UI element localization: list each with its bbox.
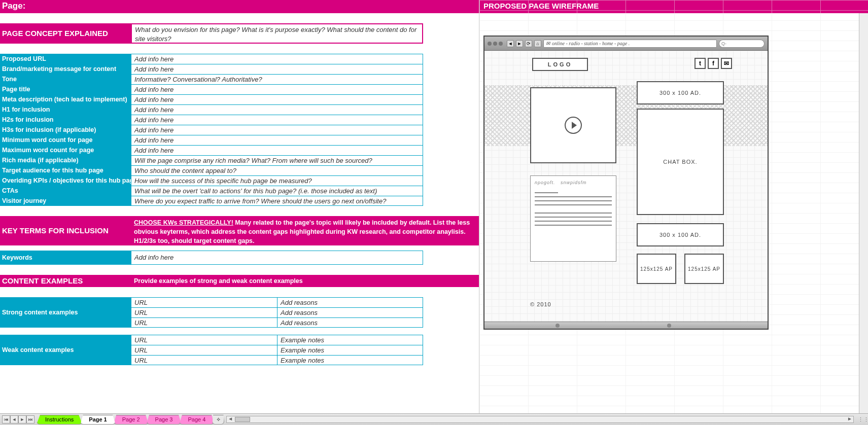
field-row: H2s for inclusionAdd info here xyxy=(0,115,479,125)
field-label: Overiding KPIs / objectives for this hub… xyxy=(0,175,131,186)
play-icon xyxy=(565,117,582,134)
field-label: Visitor journey xyxy=(0,196,131,206)
wf-chat-box: CHAT BOX. xyxy=(637,109,724,215)
tab-instructions[interactable]: Instructions xyxy=(37,415,82,424)
vertical-scrollbar[interactable] xyxy=(859,13,868,413)
field-row: Overiding KPIs / objectives for this hub… xyxy=(0,175,479,186)
example-reason-cell[interactable]: Example notes xyxy=(277,355,423,365)
field-row: Target audience for this hub pageWho sho… xyxy=(0,165,479,175)
example-url-cell[interactable]: URL xyxy=(131,297,277,307)
wf-hatch-band xyxy=(484,85,768,146)
field-value-cell[interactable]: What will be the overt 'call to actions'… xyxy=(131,186,423,196)
example-url-cell[interactable]: URL xyxy=(131,345,277,355)
field-row: Meta description (tech lead to implement… xyxy=(0,94,479,104)
field-label: H3s for inclusion (if applicable) xyxy=(0,125,131,135)
field-label: Proposed URL xyxy=(0,54,131,64)
field-row: H1 for inclusionAdd info here xyxy=(0,104,479,115)
example-url-cell[interactable]: URL xyxy=(131,307,277,317)
example-row: URLExample notes xyxy=(131,355,423,365)
horizontal-scrollbar[interactable] xyxy=(226,416,854,423)
facebook-icon: f xyxy=(708,58,719,69)
nav-back-icon: ◄ xyxy=(507,40,514,47)
nav-home-icon: ⌂ xyxy=(534,40,541,47)
wf-copyright: © 2010 xyxy=(530,299,571,309)
tab-nav-first-icon[interactable]: ⏮ xyxy=(2,415,10,423)
example-row: URLAdd reasons xyxy=(131,307,423,317)
wf-ad-top: 300 x 100 AD. xyxy=(637,81,724,104)
wf-ad-small-2: 125x125 AP xyxy=(684,254,724,284)
field-label: Rich media (if applicable) xyxy=(0,155,131,165)
field-value-cell[interactable]: Will the page comprise any rich media? W… xyxy=(131,155,423,165)
field-row: Visitor journeyWhere do you expect traff… xyxy=(0,196,479,206)
left-content-pane: Page: PAGE CONCEPT EXPLAINED What do you… xyxy=(0,0,479,413)
tab-page-3[interactable]: Page 3 xyxy=(147,415,182,424)
wf-ad-small-1: 125x125 AP xyxy=(637,254,676,284)
field-value-cell[interactable]: Add info here xyxy=(131,115,423,125)
page-header-label: Page: xyxy=(0,0,479,13)
field-value-cell[interactable]: Add info here xyxy=(131,135,423,145)
tab-new-sheet[interactable]: ✧ xyxy=(212,415,224,424)
example-row: URLAdd reasons xyxy=(131,297,423,307)
field-value-cell[interactable]: Add info here xyxy=(131,94,423,104)
example-reason-cell[interactable]: Add reasons xyxy=(277,317,423,328)
field-label: Page title xyxy=(0,84,131,94)
content-examples-header: CONTENT EXAMPLES Provide examples of str… xyxy=(0,275,479,287)
browser-search: Q- xyxy=(719,40,765,48)
page-header-row: Page: xyxy=(0,0,479,13)
browser-chrome: ◄ ► ⟳ ⌂ ✉online - radio - station - home… xyxy=(484,37,768,51)
example-url-cell[interactable]: URL xyxy=(131,317,277,328)
field-label: Tone xyxy=(0,74,131,84)
field-value-cell[interactable]: Add info here xyxy=(131,145,423,155)
field-value-cell[interactable]: Add info here xyxy=(131,64,423,74)
wireframe-title: PROPOSED PAGE WIREFRAME xyxy=(479,0,868,13)
keyterms-note: CHOOSE KWs STRATEGICALLY! Many related t… xyxy=(131,216,479,245)
example-reason-cell[interactable]: Example notes xyxy=(277,345,423,355)
concept-section-row: PAGE CONCEPT EXPLAINED What do you envis… xyxy=(0,23,479,44)
nav-forward-icon: ► xyxy=(516,40,523,47)
field-row: Brand/marketing message for contentAdd i… xyxy=(0,64,479,74)
tab-nav-last-icon[interactable]: ⏭ xyxy=(26,415,34,423)
field-row: Page titleAdd info here xyxy=(0,84,479,94)
field-label: H2s for inclusion xyxy=(0,115,131,125)
sheet-menu-icon[interactable]: ⋮⋮⋮ xyxy=(858,416,868,423)
concept-prompt-cell[interactable]: What do you envision for this page? What… xyxy=(131,23,423,44)
keywords-input-cell[interactable]: Add info here xyxy=(131,251,423,265)
keyterms-section-row: KEY TERMS FOR INCLUSION CHOOSE KWs STRAT… xyxy=(0,216,479,245)
field-row: H3s for inclusion (if applicable)Add inf… xyxy=(0,125,479,135)
tab-page-4[interactable]: Page 4 xyxy=(179,415,214,424)
field-value-cell[interactable]: Add info here xyxy=(131,54,423,64)
field-label: Brand/marketing message for content xyxy=(0,64,131,74)
right-wireframe-pane: PROPOSED PAGE WIREFRAME ◄ ► ⟳ ⌂ ✉online … xyxy=(479,0,868,413)
field-row: Proposed URLAdd info here xyxy=(0,54,479,64)
strong-examples-block: Strong content examples URLAdd reasonsUR… xyxy=(0,297,479,328)
example-url-cell[interactable]: URL xyxy=(131,355,277,365)
field-value-cell[interactable]: Where do you expect traffic to arrive fr… xyxy=(131,196,423,206)
field-value-cell[interactable]: Informative? Conversational? Authoritati… xyxy=(131,74,423,84)
weak-examples-block: Weak content examples URLExample notesUR… xyxy=(0,335,479,365)
wf-logo: LOGO xyxy=(532,58,588,71)
field-value-cell[interactable]: How will the success of this specific hu… xyxy=(131,175,423,186)
field-label: Maximum word count for page xyxy=(0,145,131,155)
twitter-icon: t xyxy=(695,58,706,69)
example-reason-cell[interactable]: Example notes xyxy=(277,335,423,345)
field-value-cell[interactable]: Add info here xyxy=(131,84,423,94)
field-row: ToneInformative? Conversational? Authori… xyxy=(0,74,479,84)
field-value-cell[interactable]: Add info here xyxy=(131,104,423,115)
tab-nav-buttons[interactable]: ⏮ ◄ ► ⏭ xyxy=(0,415,37,423)
tab-nav-prev-icon[interactable]: ◄ xyxy=(10,415,18,423)
tab-nav-next-icon[interactable]: ► xyxy=(18,415,26,423)
tab-page-1[interactable]: Page 1 xyxy=(80,415,115,424)
wf-ad-bottom: 300 x 100 AD. xyxy=(637,223,724,246)
example-url-cell[interactable]: URL xyxy=(131,335,277,345)
field-row: Minimum word count for pageAdd info here xyxy=(0,135,479,145)
field-value-cell[interactable]: Who should the content appeal to? xyxy=(131,165,423,175)
example-reason-cell[interactable]: Add reasons xyxy=(277,297,423,307)
fields-table: Proposed URLAdd info hereBrand/marketing… xyxy=(0,54,479,206)
content-examples-prompt: Provide examples of strong and weak cont… xyxy=(131,275,479,287)
tab-page-2[interactable]: Page 2 xyxy=(114,415,149,424)
keyterms-section-title: KEY TERMS FOR INCLUSION xyxy=(0,216,131,245)
wf-social-icons: t f ✉ xyxy=(695,58,732,69)
keywords-label: Keywords xyxy=(0,251,131,265)
example-reason-cell[interactable]: Add reasons xyxy=(277,307,423,317)
field-value-cell[interactable]: Add info here xyxy=(131,125,423,135)
